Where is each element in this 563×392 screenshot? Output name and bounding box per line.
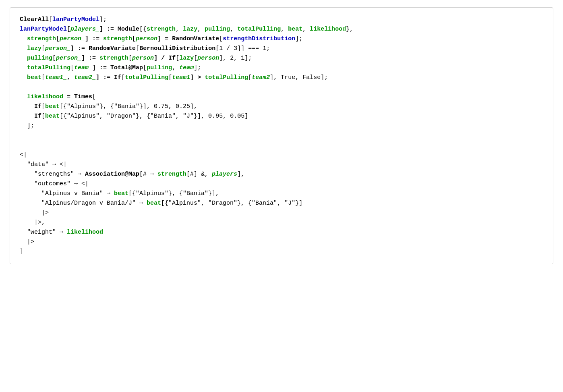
code-line: "data" → <| — [20, 160, 543, 170]
code-line: "Alpinus v Bania" → beat[{"Alpinus"}, {"… — [20, 189, 543, 199]
code-line: totalPulling[team_] := Total@Map[pulling… — [20, 63, 543, 73]
code-line: ] — [20, 247, 543, 257]
code-line — [20, 83, 543, 92]
code-line: ]; — [20, 121, 543, 131]
code-line: beat[team1_, team2_] := If[totalPulling[… — [20, 73, 543, 83]
code-line: lanPartyModel[players_] := Module[{stren… — [20, 25, 543, 34]
code-line: |>, — [20, 218, 543, 228]
code-line — [20, 131, 543, 141]
code-line: strength[person_] := strength[person] = … — [20, 34, 543, 44]
code-line: "strengths" → Association@Map[# → streng… — [20, 170, 543, 179]
code-line: pulling[person_] := strength[person] / I… — [20, 54, 543, 63]
code-line: "Alpinus/Dragon v Bania/J" → beat[{"Alpi… — [20, 199, 543, 208]
code-line: ClearAll[lanPartyModel]; — [20, 15, 543, 25]
code-line: lazy[person_] := RandomVariate[Bernoulli… — [20, 44, 543, 54]
code-line — [20, 141, 543, 150]
code-line: "outcomes" → <| — [20, 179, 543, 189]
code-block: ClearAll[lanPartyModel];lanPartyModel[pl… — [10, 7, 553, 264]
code-line: If[beat[{"Alpinus", "Dragon"}, {"Bania",… — [20, 112, 543, 121]
code-line: |> — [20, 237, 543, 247]
code-line: "weight" → likelihood — [20, 228, 543, 237]
code-line: <| — [20, 150, 543, 160]
code-line: likelihood = Times[ — [20, 92, 543, 102]
code-line: |> — [20, 208, 543, 218]
code-line: If[beat[{"Alpinus"}, {"Bania"}], 0.75, 0… — [20, 102, 543, 112]
